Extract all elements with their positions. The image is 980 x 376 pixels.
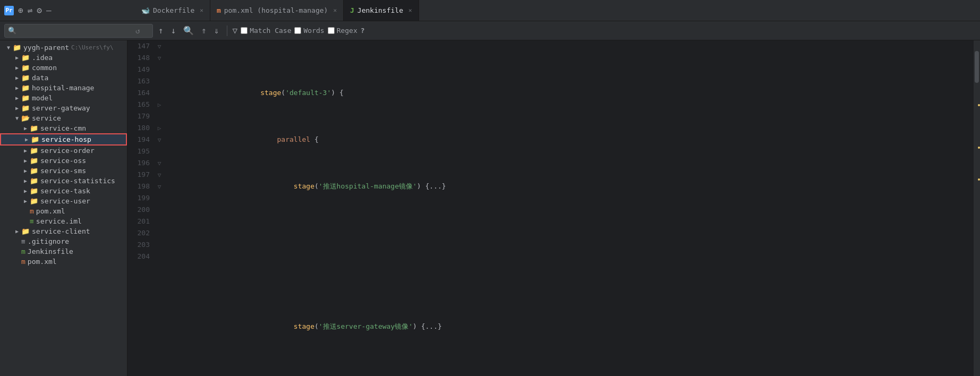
model-arrow: ▶ [13, 95, 21, 101]
service-cmn-icon: 📁 [30, 124, 38, 132]
sidebar-item-service-client[interactable]: ▶ 📁 service-client [0, 226, 127, 236]
help-button[interactable]: ? [361, 27, 365, 35]
service-hosp-arrow: ▶ [22, 136, 31, 142]
service-task-arrow: ▶ [21, 188, 30, 194]
sidebar-item-service-iml[interactable]: ▶ ≡ service.iml [0, 216, 127, 226]
sidebar: ▼ 📁 yygh-parent C:\Users\fy\ ▶ 📁 .idea ▶… [0, 40, 127, 376]
sidebar-item-model[interactable]: ▶ 📁 model [0, 93, 127, 103]
sidebar-item-service-sms[interactable]: ▶ 📁 service-sms [0, 166, 127, 176]
match-case-checkbox[interactable] [241, 27, 248, 34]
tab-jenkinsfile[interactable]: J Jenkinsfile ✕ [344, 0, 419, 21]
sidebar-item-idea[interactable]: ▶ 📁 .idea [0, 53, 127, 63]
sidebar-item-service-cmn[interactable]: ▶ 📁 service-cmn [0, 123, 127, 133]
fold-marker-197[interactable]: ▽ [158, 172, 161, 178]
sidebar-item-gitignore[interactable]: ▶ ≡ .gitignore [0, 236, 127, 246]
refresh-search-button[interactable]: ↺ [135, 27, 140, 35]
close-jenkinsfile-button[interactable]: ✕ [408, 7, 412, 14]
fold-marker-198[interactable]: ▽ [158, 183, 161, 190]
sidebar-item-hospital-manage[interactable]: ▶ 📁 hospital-manage [0, 83, 127, 93]
settings-icon[interactable]: ⚙ [37, 5, 42, 15]
service-client-arrow: ▶ [13, 228, 21, 234]
hospital-manage-icon: 📁 [21, 84, 30, 92]
fold-marker-196[interactable]: ▽ [158, 160, 161, 167]
words-checkbox[interactable] [294, 27, 301, 34]
service-order-label: service-order [40, 147, 95, 155]
search-down-button[interactable]: ↓ [169, 24, 178, 37]
service-iml-icon: ≡ [30, 217, 34, 225]
close-pom-button[interactable]: ✕ [333, 7, 337, 14]
service-icon: 📂 [21, 114, 30, 122]
search-bar: 🔍 ↺ ↑ ↓ 🔍 ⇑ ⇓ ▽ Match Case Words Regex ? [0, 21, 980, 40]
sidebar-item-service-user[interactable]: ▶ 📁 service-user [0, 196, 127, 206]
sidebar-item-data[interactable]: ▶ 📁 data [0, 73, 127, 83]
code-area[interactable]: 147 148 149 163 164 165 179 180 194 195 … [127, 40, 980, 376]
hospital-manage-label: hospital-manage [32, 84, 94, 92]
words-label: Words [303, 27, 324, 35]
server-gateway-label: server-gateway [32, 104, 90, 112]
tune-icon[interactable]: ⇌ [28, 5, 33, 15]
next-occurrence-button[interactable]: ⇓ [212, 24, 221, 37]
match-case-option[interactable]: Match Case [241, 27, 291, 35]
tab-bar: 🐋 Dockerfile ✕ m pom.xml (hospital-manag… [135, 0, 976, 21]
words-option[interactable]: Words [294, 27, 324, 35]
regex-label: Regex [337, 27, 357, 35]
sidebar-item-service[interactable]: ▼ 📂 service [0, 113, 127, 123]
sidebar-item-pom-xml-root[interactable]: ▶ m pom.xml [0, 257, 127, 267]
previous-occurrence-button[interactable]: ⇑ [199, 24, 209, 37]
server-gateway-arrow: ▶ [13, 105, 21, 111]
find-usages-button[interactable]: 🔍 [181, 24, 196, 37]
sidebar-item-server-gateway[interactable]: ▶ 📁 server-gateway [0, 103, 127, 113]
tab-dockerfile[interactable]: 🐋 Dockerfile ✕ [135, 0, 210, 21]
sidebar-item-pom-xml-service[interactable]: ▶ m pom.xml [0, 206, 127, 216]
globe-icon[interactable]: ⊕ [18, 5, 23, 15]
close-dockerfile-button[interactable]: ✕ [200, 7, 203, 14]
hospital-manage-arrow: ▶ [13, 85, 21, 91]
data-icon: 📁 [21, 74, 30, 82]
service-oss-label: service-oss [40, 157, 86, 165]
model-icon: 📁 [21, 94, 30, 102]
pom-xml-root-label: pom.xml [28, 258, 57, 266]
filter-button[interactable]: ▽ [233, 25, 238, 36]
sidebar-item-service-task[interactable]: ▶ 📁 service-task [0, 186, 127, 196]
regex-option[interactable]: Regex [328, 27, 357, 35]
service-cmn-label: service-cmn [40, 124, 86, 132]
gitignore-icon: ≡ [21, 237, 25, 245]
line-numbers: 147 148 149 163 164 165 179 180 194 195 … [127, 40, 154, 376]
sidebar-item-service-oss[interactable]: ▶ 📁 service-oss [0, 156, 127, 166]
search-input-wrap[interactable]: 🔍 ↺ [4, 24, 153, 38]
idea-arrow: ▶ [13, 55, 21, 61]
code-line-149: stage('推送hospital-manage镜像') {...} [169, 169, 969, 181]
sidebar-item-service-hosp[interactable]: ▶ 📁 service-hosp [0, 133, 127, 146]
code-content[interactable]: stage('default-3') { parallel { stage('推… [165, 40, 974, 376]
fold-marker-148[interactable]: ▽ [158, 55, 161, 62]
scroll-thumb[interactable] [975, 51, 979, 83]
service-cmn-arrow: ▶ [21, 125, 30, 131]
sidebar-item-jenkinsfile-root[interactable]: ▶ m Jenkinsfile [0, 246, 127, 257]
scroll-indicator[interactable] [974, 40, 980, 376]
service-statistics-label: service-statistics [40, 177, 115, 185]
tab-pom-xml[interactable]: m pom.xml (hospital-manage) ✕ [210, 0, 344, 21]
fold-marker-194[interactable]: ▽ [158, 136, 161, 143]
service-user-icon: 📁 [30, 197, 38, 205]
sidebar-root[interactable]: ▼ 📁 yygh-parent C:\Users\fy\ [0, 42, 127, 53]
project-icon: Pr [4, 6, 14, 15]
regex-checkbox[interactable] [328, 27, 335, 34]
service-user-label: service-user [40, 197, 90, 205]
fold-marker-147[interactable]: ▽ [158, 43, 161, 50]
data-arrow: ▶ [13, 75, 21, 81]
service-hosp-icon: 📁 [31, 135, 39, 143]
sidebar-item-service-statistics[interactable]: ▶ 📁 service-statistics [0, 176, 127, 186]
pom-xml-root-icon: m [21, 258, 25, 266]
minimize-icon[interactable]: — [46, 5, 52, 15]
separator-1 [227, 25, 227, 36]
sidebar-item-common[interactable]: ▶ 📁 common [0, 63, 127, 73]
model-label: model [32, 94, 53, 102]
sidebar-item-service-order[interactable]: ▶ 📁 service-order [0, 146, 127, 156]
code-line-179 [169, 356, 969, 368]
code-line-165: stage('推送server-gateway镜像') {...} [169, 309, 969, 321]
search-up-button[interactable]: ↑ [156, 24, 166, 37]
code-line-164 [169, 262, 969, 274]
project-section: Pr ⊕ ⇌ ⚙ — [4, 5, 132, 15]
search-match-1 [978, 104, 980, 106]
search-input[interactable] [16, 27, 133, 35]
